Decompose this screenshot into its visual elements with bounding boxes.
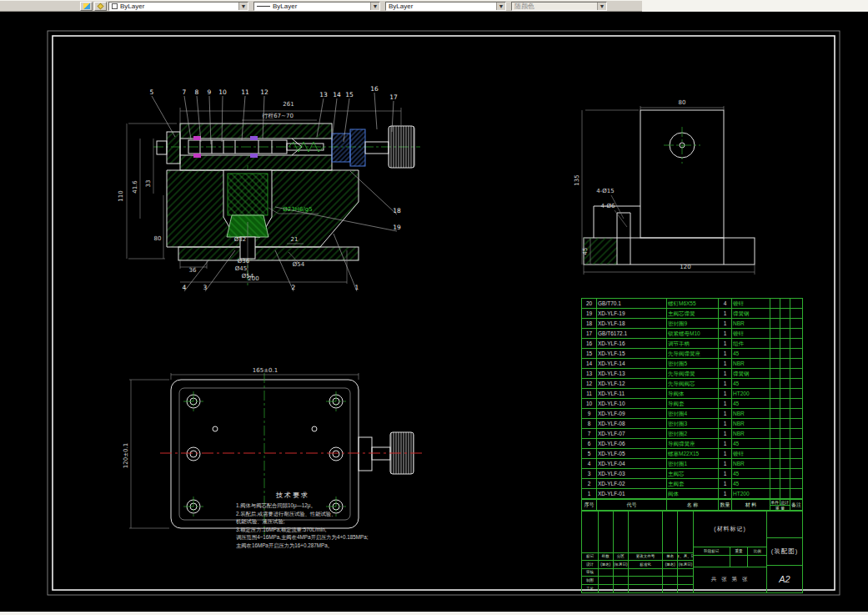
bom-cell bbox=[770, 339, 780, 348]
bom-cell: 1 bbox=[719, 469, 732, 478]
part-callout: 4 bbox=[183, 284, 187, 291]
dim-label: 21 bbox=[291, 236, 299, 243]
title-block: 标记 处数 分区 更改文件号 签名 年、月、日 设计 (签名) (年月日) 标准… bbox=[581, 510, 803, 593]
bom-cell bbox=[770, 359, 780, 368]
layer-states-button[interactable] bbox=[94, 2, 107, 11]
dim-label: 120±0.1 bbox=[123, 443, 129, 468]
tech-requirements-title: 技术要求 bbox=[276, 491, 424, 500]
bom-cell bbox=[770, 489, 780, 498]
row-label: 审核 bbox=[582, 569, 599, 577]
bom-cell bbox=[770, 319, 780, 328]
bom-cell: 1 bbox=[719, 339, 732, 348]
bom-cell: 45 bbox=[732, 479, 770, 488]
bom-cell bbox=[780, 299, 790, 308]
bom-cell bbox=[770, 389, 780, 398]
dim-label: 80 bbox=[679, 99, 686, 106]
part-callout: 1 bbox=[355, 284, 359, 291]
bom-cell bbox=[790, 389, 802, 398]
row-label: 工艺 bbox=[582, 585, 599, 592]
bom-header: 序号 代号 名 称 数量 材 料 单件 总计 重 量 备注 bbox=[582, 499, 802, 511]
bom-cell bbox=[770, 369, 780, 378]
rev-header: 更改文件号 bbox=[629, 553, 664, 560]
part-callout: 9 bbox=[208, 88, 212, 96]
bom-cell: XD-YLF-12 bbox=[597, 379, 667, 388]
dim-label: Ø45 bbox=[235, 265, 247, 272]
bom-cell: 密封圈4 bbox=[667, 409, 719, 418]
dim-label: Ø54 bbox=[293, 261, 305, 268]
bom-cell bbox=[790, 369, 802, 378]
part-callout: 3 bbox=[203, 284, 208, 291]
bom-cell: GB/T70.1 bbox=[597, 299, 667, 308]
technical-requirements: 技术要求 1.阀体与阀芯配合间隙10μ—12μ。2.装配后,或需要进行耐压试验、… bbox=[236, 491, 424, 549]
bom-cell: 45 bbox=[732, 349, 770, 358]
bom-cell bbox=[790, 359, 802, 368]
dim-label: 41.6 bbox=[132, 180, 138, 194]
plotstyle-control[interactable]: 随颜色 ▼ bbox=[511, 2, 607, 11]
bom-cell: 2 bbox=[582, 479, 597, 488]
bom-cell: 1 bbox=[719, 489, 732, 498]
bom-row: 16XD-YLF-16调节手柄1组件 bbox=[582, 339, 802, 349]
layers-icon bbox=[83, 3, 90, 9]
dim-label: Ø32 bbox=[234, 236, 246, 243]
bom-cell bbox=[790, 349, 802, 358]
bom-cell: 阀体 bbox=[667, 489, 719, 498]
bom-cell bbox=[780, 389, 790, 398]
bom-cell: 1 bbox=[719, 399, 732, 408]
cube-icon bbox=[98, 3, 104, 9]
bom-cell: XD-YLF-15 bbox=[597, 349, 667, 358]
bom-cell bbox=[790, 459, 802, 468]
tech-requirement-line: 机能试验、液压试验; bbox=[236, 517, 424, 526]
bom-cell: NBR bbox=[732, 459, 770, 468]
bom-cell bbox=[770, 409, 780, 418]
bom-row: 4XD-YLF-04密封圈11NBR bbox=[582, 459, 802, 469]
bom-row: 18XD-YLF-18密封圈91NBR bbox=[582, 319, 802, 329]
dim-label: 135 bbox=[574, 174, 580, 185]
bom-cell: 1 bbox=[719, 459, 732, 468]
bom-cell bbox=[780, 319, 790, 328]
bom-cell bbox=[770, 479, 780, 488]
bom-cell bbox=[790, 439, 802, 448]
seal-ring bbox=[193, 136, 201, 140]
bom-cell: 45 bbox=[732, 399, 770, 408]
bom-cell bbox=[790, 479, 802, 488]
bom-cell: XD-YLF-14 bbox=[597, 359, 667, 368]
bom-cell: 镀锌 bbox=[732, 299, 770, 308]
bom-cell: 弹簧钢 bbox=[732, 309, 770, 318]
bom-cell bbox=[790, 409, 802, 418]
bom-cell: 螺钉M6X55 bbox=[667, 299, 719, 308]
bom-row: 11XD-YLF-11导阀体1HT200 bbox=[582, 389, 802, 399]
layers-button[interactable] bbox=[80, 2, 93, 11]
bom-cell bbox=[780, 439, 790, 448]
bom-cell bbox=[770, 429, 780, 438]
linetype-control[interactable]: ByLayer ▼ bbox=[253, 2, 380, 11]
dim-label: 80 bbox=[154, 235, 162, 242]
bom-cell bbox=[790, 339, 802, 348]
linetype-sample-icon bbox=[257, 6, 270, 7]
bom-cell: 密封圈9 bbox=[667, 319, 719, 328]
dim-label: 4-Ø6 bbox=[601, 203, 615, 209]
bom-cell: 调节手柄 bbox=[667, 339, 719, 348]
bom-cell: 4 bbox=[719, 299, 732, 308]
part-callout: 5 bbox=[150, 88, 154, 96]
color-swatch bbox=[112, 3, 118, 9]
color-control[interactable]: ByLayer ▼ bbox=[108, 2, 248, 11]
drawing-canvas[interactable]: 261行程67~7011041.6338036Ø23H6/g5Ø32Ø36Ø45… bbox=[0, 12, 868, 612]
sheets-label: 共 张 第 张 bbox=[694, 567, 766, 592]
tech-requirement-line: 2.装配后,或需要进行耐压试验、性能试验、 bbox=[236, 510, 424, 518]
bom-cell: 镀锌 bbox=[732, 329, 770, 338]
bom-cell bbox=[790, 379, 802, 388]
object-properties-toolbar: ByLayer ▼ ByLayer ▼ ByLayer ▼ 随颜色 ▼ bbox=[0, 1, 642, 12]
bom-cell: 18 bbox=[582, 319, 597, 328]
sign-cell: 标准化 bbox=[629, 561, 664, 568]
bom-cell: 先导阀阀芯 bbox=[667, 379, 719, 388]
bom-cell bbox=[770, 459, 780, 468]
bom-cell bbox=[790, 419, 802, 428]
lineweight-control[interactable]: ByLayer ▼ bbox=[385, 2, 506, 11]
part-callout: 16 bbox=[370, 85, 379, 93]
bom-cell bbox=[770, 299, 780, 308]
bom-cell: XD-YLF-18 bbox=[597, 319, 667, 328]
part-callout: 17 bbox=[389, 93, 398, 101]
plotstyle-control-value: 随颜色 bbox=[514, 2, 534, 11]
window-bottom-strip bbox=[0, 612, 868, 615]
bom-row: 8XD-YLF-08密封圈31NBR bbox=[582, 419, 802, 429]
